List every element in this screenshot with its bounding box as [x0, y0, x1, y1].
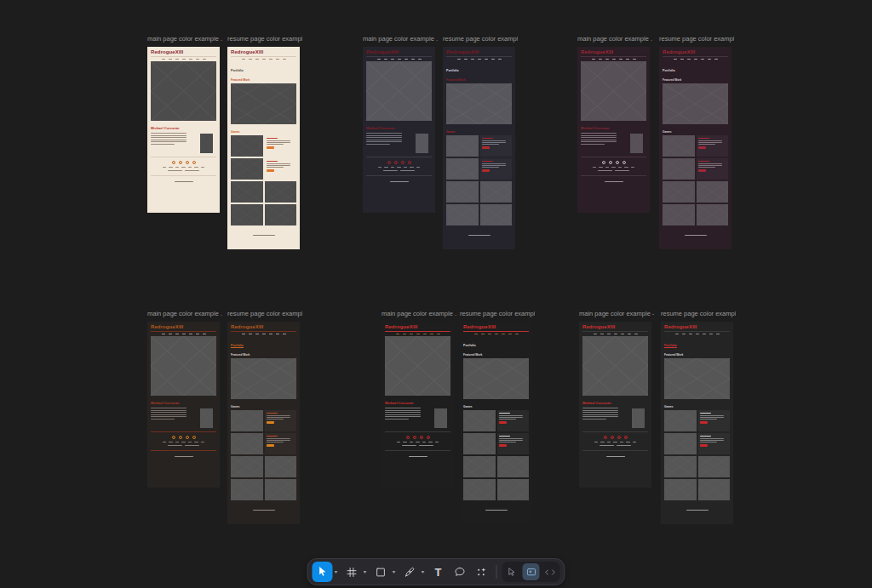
card-image-placeholder[interactable]: [697, 204, 729, 225]
frame-label[interactable]: resume page color exampl...: [443, 35, 518, 43]
card-image-placeholder[interactable]: [265, 456, 297, 477]
card-image-cell[interactable]: [663, 158, 695, 180]
card-image-cell[interactable]: [446, 181, 479, 203]
card-image-cell[interactable]: [446, 135, 479, 157]
card-image-cell[interactable]: [663, 204, 695, 225]
move-tool-button[interactable]: [313, 562, 333, 582]
about-image-placeholder[interactable]: [632, 408, 645, 428]
frame-label[interactable]: resume page color exampl...: [661, 310, 736, 318]
card-image-placeholder[interactable]: [446, 135, 479, 157]
card-image-cell[interactable]: [697, 204, 729, 225]
card-image-cell[interactable]: [231, 410, 263, 431]
card-button[interactable]: [267, 169, 274, 173]
card-image-cell[interactable]: [664, 479, 697, 500]
featured-image-placeholder[interactable]: [446, 83, 512, 124]
hero-image-placeholder[interactable]: [385, 336, 450, 396]
featured-image-placeholder[interactable]: [663, 83, 728, 124]
game-card[interactable]: [698, 433, 731, 454]
card-image-cell[interactable]: [664, 433, 697, 454]
design-frame-main[interactable]: RedrogueXIIIMichael Corcoran: [147, 47, 220, 213]
card-image-placeholder[interactable]: [664, 433, 697, 454]
card-image-cell[interactable]: [446, 158, 479, 180]
card-button[interactable]: [499, 421, 507, 425]
card-image-placeholder[interactable]: [446, 204, 479, 225]
card-image-placeholder[interactable]: [663, 135, 695, 157]
design-frame-main[interactable]: RedrogueXIIIMichael Corcoran: [577, 47, 650, 213]
card-image-cell[interactable]: [265, 479, 297, 500]
card-button[interactable]: [499, 444, 507, 448]
card-image-placeholder[interactable]: [697, 181, 729, 203]
featured-image-placeholder[interactable]: [463, 358, 529, 399]
card-image-placeholder[interactable]: [663, 181, 695, 203]
card-image-cell[interactable]: [698, 479, 731, 500]
card-image-cell[interactable]: [231, 479, 263, 500]
card-image-cell[interactable]: [663, 181, 695, 203]
about-heading[interactable]: Michael Corcoran: [151, 126, 216, 130]
card-image-placeholder[interactable]: [463, 433, 496, 454]
pen-tool-dropdown-chevron-icon[interactable]: [422, 571, 425, 574]
card-button[interactable]: [698, 169, 706, 173]
design-frame-resume[interactable]: RedrogueXIIIPortfolioFeatured WorkGames: [443, 47, 515, 249]
about-heading[interactable]: Michael Corcoran: [581, 126, 646, 130]
about-heading[interactable]: Michael Corcoran: [582, 401, 648, 405]
card-image-cell[interactable]: [480, 181, 513, 203]
card-image-cell[interactable]: [697, 181, 729, 203]
card-image-cell[interactable]: [463, 410, 496, 431]
about-heading[interactable]: Michael Corcoran: [366, 126, 432, 130]
card-button[interactable]: [482, 146, 490, 150]
card-image-placeholder[interactable]: [663, 158, 695, 180]
featured-image-placeholder[interactable]: [231, 83, 296, 124]
card-image-placeholder[interactable]: [480, 181, 513, 203]
card-button[interactable]: [700, 444, 708, 448]
card-button[interactable]: [482, 169, 490, 173]
card-image-placeholder[interactable]: [446, 158, 479, 180]
comment-tool-button[interactable]: [450, 562, 470, 582]
site-title[interactable]: RedrogueXIII: [382, 322, 454, 329]
design-frame-resume[interactable]: RedrogueXIIIPortfolioFeatured WorkGames: [661, 322, 733, 524]
game-card[interactable]: [697, 158, 729, 180]
dev-mode-button[interactable]: [542, 563, 559, 580]
game-card[interactable]: [480, 158, 513, 180]
hero-image-placeholder[interactable]: [151, 61, 216, 121]
game-card[interactable]: [497, 433, 530, 454]
card-image-placeholder[interactable]: [446, 181, 479, 203]
design-frame-resume[interactable]: RedrogueXIIIPortfolioFeatured WorkGames: [227, 47, 300, 249]
site-title[interactable]: RedrogueXIII: [227, 47, 300, 54]
card-image-placeholder[interactable]: [265, 181, 297, 203]
card-image-placeholder[interactable]: [231, 433, 263, 454]
about-heading[interactable]: Michael Corcoran: [385, 401, 450, 405]
card-image-placeholder[interactable]: [463, 410, 496, 431]
featured-image-placeholder[interactable]: [231, 358, 296, 399]
card-image-placeholder[interactable]: [698, 479, 731, 500]
card-button[interactable]: [267, 421, 274, 425]
about-image-placeholder[interactable]: [200, 134, 213, 153]
card-image-placeholder[interactable]: [663, 204, 695, 225]
frame-label[interactable]: main page color example - 1: [579, 310, 654, 318]
card-image-cell[interactable]: [463, 479, 496, 500]
card-image-placeholder[interactable]: [231, 158, 263, 180]
design-frame-resume[interactable]: RedrogueXIIIPortfolioFeatured WorkGames: [227, 322, 300, 524]
card-image-cell[interactable]: [664, 456, 697, 477]
card-image-placeholder[interactable]: [664, 479, 697, 500]
card-image-cell[interactable]: [698, 456, 731, 477]
card-image-cell[interactable]: [265, 204, 297, 225]
card-image-cell[interactable]: [463, 433, 496, 454]
actions-button[interactable]: [471, 562, 491, 582]
frame-label[interactable]: main page color example ...: [363, 35, 438, 43]
card-button[interactable]: [698, 146, 706, 150]
frame-label[interactable]: resume page color exampl...: [227, 35, 302, 43]
card-image-placeholder[interactable]: [265, 479, 297, 500]
card-image-placeholder[interactable]: [463, 479, 496, 500]
frame-label[interactable]: main page color example ...: [382, 310, 456, 318]
game-card[interactable]: [265, 410, 297, 431]
site-title[interactable]: RedrogueXIII: [579, 322, 651, 329]
game-card[interactable]: [697, 135, 729, 157]
card-image-cell[interactable]: [463, 456, 496, 477]
frame-tool-dropdown-chevron-icon[interactable]: [364, 571, 367, 574]
about-image-placeholder[interactable]: [434, 408, 447, 428]
card-image-placeholder[interactable]: [265, 204, 297, 225]
frame-label[interactable]: main page color example ...: [147, 310, 222, 318]
card-button[interactable]: [700, 421, 708, 425]
about-image-placeholder[interactable]: [630, 134, 643, 153]
game-card[interactable]: [480, 135, 513, 157]
